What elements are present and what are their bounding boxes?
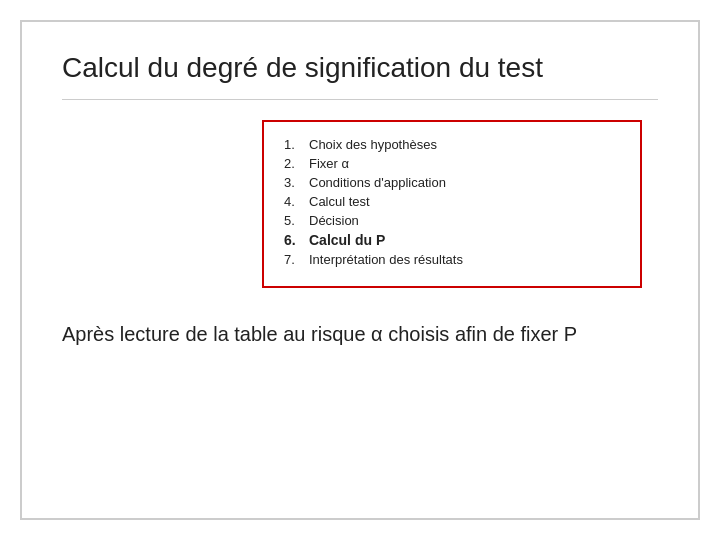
list-text: Fixer α	[309, 156, 349, 171]
list-text: Choix des hypothèses	[309, 137, 437, 152]
list-number: 2.	[284, 156, 309, 171]
numbered-list-box: 1.Choix des hypothèses2.Fixer α3.Conditi…	[262, 120, 642, 288]
list-item: 6.Calcul du P	[284, 232, 620, 248]
footer-text: Après lecture de la table au risque α ch…	[62, 323, 658, 346]
list-number: 3.	[284, 175, 309, 190]
list-number: 4.	[284, 194, 309, 209]
list-text: Décision	[309, 213, 359, 228]
list-number: 6.	[284, 232, 309, 248]
list-number: 1.	[284, 137, 309, 152]
list-number: 7.	[284, 252, 309, 267]
list-text: Conditions d'application	[309, 175, 446, 190]
list-number: 5.	[284, 213, 309, 228]
slide-container: Calcul du degré de signification du test…	[20, 20, 700, 520]
list-item: 4.Calcul test	[284, 194, 620, 209]
list-text: Calcul test	[309, 194, 370, 209]
content-area: 1.Choix des hypothèses2.Fixer α3.Conditi…	[62, 120, 658, 488]
list-item: 1.Choix des hypothèses	[284, 137, 620, 152]
list-item: 2.Fixer α	[284, 156, 620, 171]
list-text: Calcul du P	[309, 232, 385, 248]
list-item: 3.Conditions d'application	[284, 175, 620, 190]
list-item: 7.Interprétation des résultats	[284, 252, 620, 267]
list-item: 5.Décision	[284, 213, 620, 228]
slide-title: Calcul du degré de signification du test	[62, 52, 658, 100]
list-text: Interprétation des résultats	[309, 252, 463, 267]
